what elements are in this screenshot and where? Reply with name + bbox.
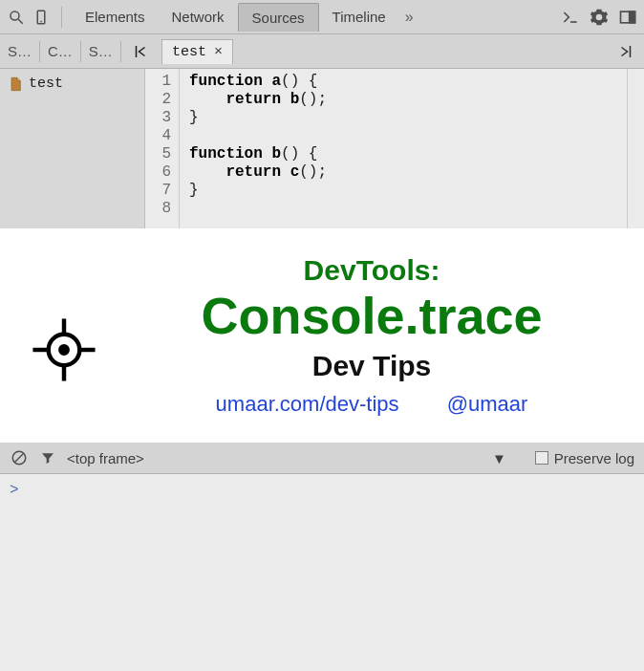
console-prompt-icon: > bbox=[10, 482, 19, 499]
target-icon bbox=[29, 314, 99, 385]
preserve-log-label: Preserve log bbox=[554, 450, 634, 466]
navigator-tab-3[interactable]: S… bbox=[81, 43, 120, 59]
overlay-link-handle[interactable]: @umaar bbox=[447, 392, 528, 416]
separator bbox=[61, 7, 62, 28]
preserve-log-toggle[interactable]: Preserve log bbox=[535, 450, 634, 466]
console-output[interactable]: > bbox=[0, 474, 644, 671]
navigate-back-icon[interactable] bbox=[127, 38, 154, 65]
svg-line-10 bbox=[15, 454, 24, 463]
overlay-link-site[interactable]: umaar.com/dev-tips bbox=[216, 392, 399, 416]
console-toggle-icon[interactable] bbox=[560, 7, 581, 28]
line-number: 6 bbox=[145, 163, 179, 182]
code-line bbox=[189, 127, 627, 145]
svg-rect-6 bbox=[630, 11, 635, 23]
overlay-eyebrow: DevTools: bbox=[118, 254, 625, 287]
svg-line-1 bbox=[18, 19, 23, 24]
frame-selector[interactable]: <top frame> bbox=[67, 450, 144, 466]
separator bbox=[120, 41, 121, 62]
dock-side-icon[interactable] bbox=[617, 7, 638, 28]
code-line: return b(); bbox=[189, 91, 627, 109]
line-number: 7 bbox=[145, 182, 179, 200]
checkbox-icon[interactable] bbox=[535, 451, 548, 465]
line-number: 8 bbox=[145, 200, 179, 218]
file-item[interactable]: test bbox=[0, 73, 144, 95]
code-line: } bbox=[189, 109, 627, 127]
code-line: function b() { bbox=[189, 145, 627, 163]
line-number: 5 bbox=[145, 145, 179, 163]
tab-elements[interactable]: Elements bbox=[72, 3, 159, 31]
sources-subbar: S… C… S… test × bbox=[0, 34, 644, 69]
overlay-subtitle: Dev Tips bbox=[118, 350, 625, 382]
line-number: 4 bbox=[145, 127, 179, 145]
overlay-title: Console.trace bbox=[118, 289, 625, 343]
line-number: 3 bbox=[145, 109, 179, 127]
settings-gear-icon[interactable] bbox=[589, 7, 610, 28]
console-toolbar: <top frame> ▼ Preserve log bbox=[0, 442, 644, 474]
devtools-toolbar: Elements Network Sources Timeline » bbox=[0, 0, 644, 34]
filter-icon[interactable] bbox=[38, 448, 57, 467]
code-line: function a() { bbox=[189, 73, 627, 91]
file-icon bbox=[8, 76, 23, 92]
panel-tabs: Elements Network Sources Timeline » bbox=[72, 3, 419, 32]
code-line: return c(); bbox=[189, 163, 627, 182]
open-file-tab[interactable]: test × bbox=[161, 39, 233, 64]
clear-console-icon[interactable] bbox=[10, 448, 29, 467]
tabs-overflow-icon[interactable]: » bbox=[399, 9, 419, 26]
line-number: 1 bbox=[145, 73, 179, 91]
navigate-forward-icon[interactable] bbox=[608, 43, 644, 60]
code-line bbox=[189, 200, 627, 218]
code-line: } bbox=[189, 182, 627, 200]
device-mode-icon[interactable] bbox=[31, 7, 52, 28]
overlay-links: umaar.com/dev-tips @umaar bbox=[118, 392, 625, 417]
tab-sources[interactable]: Sources bbox=[238, 3, 319, 32]
search-icon[interactable] bbox=[6, 7, 27, 28]
close-icon[interactable]: × bbox=[214, 44, 223, 60]
file-tab-label: test bbox=[172, 44, 206, 60]
line-number: 2 bbox=[145, 91, 179, 109]
chevron-down-icon: ▼ bbox=[492, 450, 506, 466]
navigator-tab-1[interactable]: S… bbox=[0, 43, 39, 59]
overlay-card: DevTools: Console.trace Dev Tips umaar.c… bbox=[0, 228, 644, 443]
navigator-tab-2[interactable]: C… bbox=[40, 43, 80, 59]
tab-network[interactable]: Network bbox=[159, 3, 238, 31]
file-name-label: test bbox=[29, 76, 63, 92]
tab-timeline[interactable]: Timeline bbox=[319, 3, 399, 31]
frame-label: <top frame> bbox=[67, 450, 144, 466]
svg-point-12 bbox=[60, 346, 67, 353]
svg-point-0 bbox=[11, 11, 19, 20]
